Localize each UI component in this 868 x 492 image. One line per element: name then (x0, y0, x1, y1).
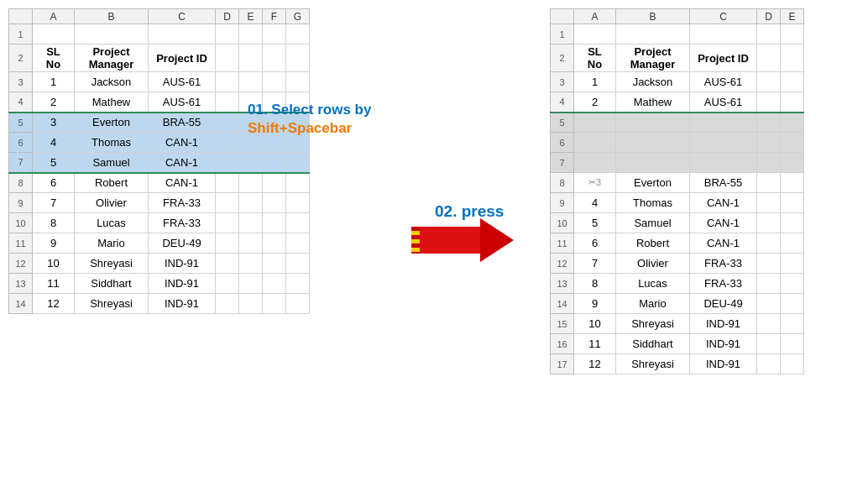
cell[interactable] (286, 254, 310, 274)
cell[interactable] (781, 334, 804, 354)
cell[interactable]: Lucas (616, 274, 690, 294)
cell[interactable]: 8 (33, 213, 75, 233)
cell[interactable]: AUS-61 (690, 72, 757, 92)
cell[interactable] (216, 294, 239, 314)
cell[interactable] (757, 113, 781, 133)
cell[interactable] (781, 254, 804, 274)
cell[interactable] (286, 153, 310, 173)
cell[interactable] (286, 294, 310, 314)
cell[interactable]: 11 (574, 334, 616, 354)
cell[interactable] (616, 153, 690, 173)
cell[interactable]: Samuel (75, 153, 149, 173)
cell[interactable] (781, 153, 804, 173)
cell[interactable]: DEU-49 (149, 233, 216, 254)
cell[interactable]: IND-91 (149, 254, 216, 274)
cell[interactable]: 2 (574, 92, 616, 113)
cell[interactable]: CAN-1 (149, 153, 216, 173)
cell[interactable]: 7 (33, 193, 75, 213)
cell[interactable]: 9 (33, 233, 75, 254)
cell[interactable] (239, 44, 263, 72)
cell[interactable] (690, 24, 757, 44)
cell[interactable]: Siddhart (75, 274, 149, 294)
cell[interactable] (286, 274, 310, 294)
cell[interactable]: ✂3 (574, 173, 616, 193)
cell[interactable]: Robert (75, 173, 149, 193)
cell[interactable]: Jackson (75, 72, 149, 92)
cell[interactable] (216, 24, 239, 44)
cell[interactable]: 1 (574, 72, 616, 92)
cell[interactable] (216, 44, 239, 72)
cell[interactable]: CAN-1 (690, 213, 757, 233)
cell[interactable] (781, 44, 804, 72)
cell[interactable] (239, 294, 263, 314)
cell[interactable]: 4 (33, 133, 75, 153)
cell[interactable] (263, 153, 286, 173)
cell[interactable] (263, 173, 286, 193)
cell[interactable] (781, 113, 804, 133)
cell[interactable]: 5 (33, 153, 75, 173)
cell[interactable]: Robert (616, 233, 690, 254)
cell[interactable] (757, 213, 781, 233)
cell[interactable] (757, 254, 781, 274)
cell[interactable] (239, 173, 263, 193)
cell[interactable] (781, 133, 804, 153)
cell[interactable] (781, 314, 804, 334)
cell[interactable]: 9 (574, 294, 616, 314)
cell[interactable] (239, 72, 263, 92)
cell[interactable]: FRA-33 (149, 193, 216, 213)
cell-project-manager[interactable]: ProjectManager (75, 44, 149, 72)
cell[interactable] (286, 24, 310, 44)
cell[interactable] (690, 133, 757, 153)
cell[interactable] (216, 213, 239, 233)
cell[interactable] (239, 193, 263, 213)
cell[interactable]: Olivier (75, 193, 149, 213)
cell[interactable] (263, 193, 286, 213)
cell[interactable]: Mathew (75, 92, 149, 113)
cell[interactable] (263, 72, 286, 92)
cell[interactable]: Mario (616, 294, 690, 314)
cell[interactable]: BRA-55 (149, 113, 216, 133)
cell[interactable] (286, 173, 310, 193)
cell[interactable] (263, 213, 286, 233)
cell[interactable]: FRA-33 (149, 213, 216, 233)
cell[interactable]: Shreyasi (75, 294, 149, 314)
cell[interactable]: CAN-1 (690, 193, 757, 213)
cell[interactable] (263, 44, 286, 72)
cell[interactable]: 2 (33, 92, 75, 113)
cell[interactable] (286, 213, 310, 233)
cell[interactable] (239, 233, 263, 254)
cell[interactable]: 4 (574, 193, 616, 213)
cell[interactable] (781, 92, 804, 113)
cell[interactable]: 5 (574, 213, 616, 233)
cell[interactable]: Shreyasi (616, 314, 690, 334)
cell[interactable] (757, 173, 781, 193)
cell[interactable]: IND-91 (149, 274, 216, 294)
cell[interactable] (757, 92, 781, 113)
cell[interactable] (286, 193, 310, 213)
cell[interactable] (781, 213, 804, 233)
cell[interactable] (616, 133, 690, 153)
cell[interactable]: Shreyasi (75, 254, 149, 274)
cell[interactable] (216, 274, 239, 294)
cell[interactable] (239, 274, 263, 294)
cell[interactable] (216, 193, 239, 213)
cell[interactable]: 3 (33, 113, 75, 133)
cell[interactable] (757, 153, 781, 173)
cell[interactable] (33, 24, 75, 44)
cell[interactable] (616, 113, 690, 133)
cell[interactable]: AUS-61 (690, 92, 757, 113)
cell[interactable]: IND-91 (690, 354, 757, 374)
cell[interactable]: AUS-61 (149, 92, 216, 113)
cell[interactable] (757, 354, 781, 374)
cell-sl-no[interactable]: SLNo (33, 44, 75, 72)
cell[interactable] (781, 274, 804, 294)
cell[interactable]: Shreyasi (616, 354, 690, 374)
cell[interactable] (757, 193, 781, 213)
cell[interactable] (216, 153, 239, 173)
cell[interactable]: Jackson (616, 72, 690, 92)
cell[interactable] (239, 24, 263, 44)
cell[interactable] (781, 72, 804, 92)
cell[interactable] (757, 314, 781, 334)
cell[interactable] (263, 274, 286, 294)
cell[interactable] (286, 233, 310, 254)
